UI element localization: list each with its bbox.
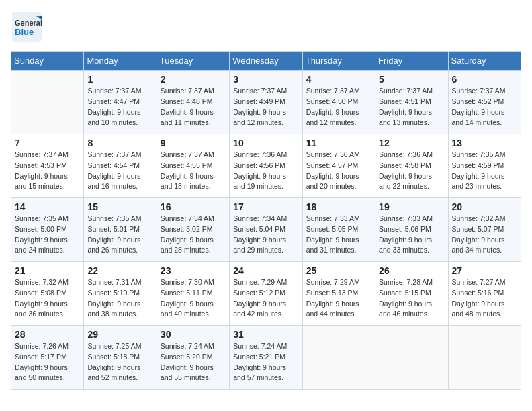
calendar-cell: 10Sunrise: 7:36 AMSunset: 4:56 PMDayligh… <box>230 134 302 198</box>
calendar-cell: 12Sunrise: 7:36 AMSunset: 4:58 PMDayligh… <box>375 134 448 198</box>
day-number: 19 <box>379 201 444 212</box>
weekday-header-wednesday: Wednesday <box>230 52 302 71</box>
day-number: 31 <box>233 329 298 340</box>
calendar-cell <box>448 326 521 390</box>
calendar-cell: 1Sunrise: 7:37 AMSunset: 4:47 PMDaylight… <box>84 71 157 134</box>
day-number: 12 <box>379 138 444 148</box>
calendar-cell: 26Sunrise: 7:28 AMSunset: 5:15 PMDayligh… <box>375 262 448 326</box>
day-info: Sunrise: 7:35 AMSunset: 5:01 PMDaylight:… <box>87 214 152 256</box>
day-number: 22 <box>87 265 152 276</box>
day-number: 8 <box>87 138 152 148</box>
day-info: Sunrise: 7:30 AMSunset: 5:11 PMDaylight:… <box>161 277 226 320</box>
weekday-header-thursday: Thursday <box>302 52 375 71</box>
weekday-header-friday: Friday <box>375 52 448 71</box>
calendar-cell: 28Sunrise: 7:26 AMSunset: 5:17 PMDayligh… <box>11 326 84 390</box>
calendar-cell: 18Sunrise: 7:33 AMSunset: 5:05 PMDayligh… <box>302 198 375 262</box>
calendar-cell: 25Sunrise: 7:29 AMSunset: 5:13 PMDayligh… <box>302 262 375 326</box>
day-number: 14 <box>15 201 80 212</box>
day-info: Sunrise: 7:37 AMSunset: 4:48 PMDaylight:… <box>161 86 226 128</box>
day-info: Sunrise: 7:27 AMSunset: 5:16 PMDaylight:… <box>452 277 517 320</box>
calendar-cell: 22Sunrise: 7:31 AMSunset: 5:10 PMDayligh… <box>84 262 157 326</box>
calendar-week-row: 28Sunrise: 7:26 AMSunset: 5:17 PMDayligh… <box>11 326 521 390</box>
calendar-week-row: 21Sunrise: 7:32 AMSunset: 5:08 PMDayligh… <box>11 262 521 326</box>
weekday-header-saturday: Saturday <box>448 52 521 71</box>
calendar-cell: 3Sunrise: 7:37 AMSunset: 4:49 PMDaylight… <box>230 71 302 134</box>
day-info: Sunrise: 7:29 AMSunset: 5:13 PMDaylight:… <box>306 277 371 320</box>
day-number: 10 <box>233 138 298 148</box>
day-info: Sunrise: 7:37 AMSunset: 4:49 PMDaylight:… <box>233 86 298 128</box>
calendar-cell: 2Sunrise: 7:37 AMSunset: 4:48 PMDaylight… <box>157 71 229 134</box>
day-info: Sunrise: 7:24 AMSunset: 5:20 PMDaylight:… <box>161 341 226 383</box>
svg-text:Blue: Blue <box>15 27 34 37</box>
calendar-header-row: SundayMondayTuesdayWednesdayThursdayFrid… <box>11 52 521 71</box>
day-number: 18 <box>306 201 371 212</box>
calendar-cell: 20Sunrise: 7:32 AMSunset: 5:07 PMDayligh… <box>448 198 521 262</box>
logo: General Blue <box>11 11 43 43</box>
calendar-cell: 9Sunrise: 7:37 AMSunset: 4:55 PMDaylight… <box>157 134 229 198</box>
calendar-cell: 29Sunrise: 7:25 AMSunset: 5:18 PMDayligh… <box>84 326 157 390</box>
weekday-header-sunday: Sunday <box>11 52 84 71</box>
calendar-cell: 11Sunrise: 7:36 AMSunset: 4:57 PMDayligh… <box>302 134 375 198</box>
calendar-cell: 27Sunrise: 7:27 AMSunset: 5:16 PMDayligh… <box>448 262 521 326</box>
calendar-week-row: 1Sunrise: 7:37 AMSunset: 4:47 PMDaylight… <box>11 71 521 134</box>
day-info: Sunrise: 7:26 AMSunset: 5:17 PMDaylight:… <box>15 341 80 383</box>
calendar-cell: 4Sunrise: 7:37 AMSunset: 4:50 PMDaylight… <box>302 71 375 134</box>
calendar-cell: 5Sunrise: 7:37 AMSunset: 4:51 PMDaylight… <box>375 71 448 134</box>
calendar-cell: 8Sunrise: 7:37 AMSunset: 4:54 PMDaylight… <box>84 134 157 198</box>
calendar-cell: 13Sunrise: 7:35 AMSunset: 4:59 PMDayligh… <box>448 134 521 198</box>
day-number: 11 <box>306 138 371 148</box>
day-number: 5 <box>379 74 444 85</box>
day-info: Sunrise: 7:33 AMSunset: 5:05 PMDaylight:… <box>306 214 371 256</box>
day-info: Sunrise: 7:37 AMSunset: 4:52 PMDaylight:… <box>452 86 517 128</box>
day-info: Sunrise: 7:32 AMSunset: 5:08 PMDaylight:… <box>15 277 80 320</box>
day-number: 23 <box>161 265 226 276</box>
calendar-week-row: 7Sunrise: 7:37 AMSunset: 4:53 PMDaylight… <box>11 134 521 198</box>
svg-text:General: General <box>15 19 42 27</box>
day-info: Sunrise: 7:28 AMSunset: 5:15 PMDaylight:… <box>379 277 444 320</box>
calendar-cell: 31Sunrise: 7:24 AMSunset: 5:21 PMDayligh… <box>230 326 302 390</box>
calendar-cell: 19Sunrise: 7:33 AMSunset: 5:06 PMDayligh… <box>375 198 448 262</box>
day-number: 21 <box>15 265 80 276</box>
day-info: Sunrise: 7:34 AMSunset: 5:02 PMDaylight:… <box>161 214 226 256</box>
calendar-cell: 14Sunrise: 7:35 AMSunset: 5:00 PMDayligh… <box>11 198 84 262</box>
calendar-cell: 23Sunrise: 7:30 AMSunset: 5:11 PMDayligh… <box>157 262 229 326</box>
day-number: 16 <box>161 201 226 212</box>
day-info: Sunrise: 7:29 AMSunset: 5:12 PMDaylight:… <box>233 277 298 320</box>
day-number: 2 <box>161 74 226 85</box>
day-number: 30 <box>161 329 226 340</box>
day-info: Sunrise: 7:37 AMSunset: 4:53 PMDaylight:… <box>15 150 80 192</box>
weekday-header-tuesday: Tuesday <box>157 52 229 71</box>
calendar-cell: 6Sunrise: 7:37 AMSunset: 4:52 PMDaylight… <box>448 71 521 134</box>
logo-svg: General Blue <box>11 11 43 43</box>
day-info: Sunrise: 7:36 AMSunset: 4:58 PMDaylight:… <box>379 150 444 192</box>
calendar-table: SundayMondayTuesdayWednesdayThursdayFrid… <box>11 51 521 390</box>
day-info: Sunrise: 7:32 AMSunset: 5:07 PMDaylight:… <box>452 214 517 256</box>
weekday-header-monday: Monday <box>84 52 157 71</box>
day-number: 9 <box>161 138 226 148</box>
calendar-cell: 24Sunrise: 7:29 AMSunset: 5:12 PMDayligh… <box>230 262 302 326</box>
day-number: 13 <box>452 138 517 148</box>
day-info: Sunrise: 7:35 AMSunset: 4:59 PMDaylight:… <box>452 150 517 192</box>
day-info: Sunrise: 7:36 AMSunset: 4:56 PMDaylight:… <box>233 150 298 192</box>
calendar-cell: 21Sunrise: 7:32 AMSunset: 5:08 PMDayligh… <box>11 262 84 326</box>
day-info: Sunrise: 7:24 AMSunset: 5:21 PMDaylight:… <box>233 341 298 383</box>
day-info: Sunrise: 7:25 AMSunset: 5:18 PMDaylight:… <box>87 341 152 383</box>
calendar-cell: 7Sunrise: 7:37 AMSunset: 4:53 PMDaylight… <box>11 134 84 198</box>
day-number: 20 <box>452 201 517 212</box>
day-info: Sunrise: 7:36 AMSunset: 4:57 PMDaylight:… <box>306 150 371 192</box>
day-number: 4 <box>306 74 371 85</box>
day-info: Sunrise: 7:33 AMSunset: 5:06 PMDaylight:… <box>379 214 444 256</box>
day-number: 28 <box>15 329 80 340</box>
day-info: Sunrise: 7:37 AMSunset: 4:51 PMDaylight:… <box>379 86 444 128</box>
day-number: 29 <box>87 329 152 340</box>
calendar-cell <box>11 71 84 134</box>
calendar-cell <box>375 326 448 390</box>
day-info: Sunrise: 7:35 AMSunset: 5:00 PMDaylight:… <box>15 214 80 256</box>
day-info: Sunrise: 7:37 AMSunset: 4:47 PMDaylight:… <box>87 86 152 128</box>
day-number: 26 <box>379 265 444 276</box>
day-info: Sunrise: 7:34 AMSunset: 5:04 PMDaylight:… <box>233 214 298 256</box>
day-number: 25 <box>306 265 371 276</box>
day-number: 24 <box>233 265 298 276</box>
day-info: Sunrise: 7:37 AMSunset: 4:50 PMDaylight:… <box>306 86 371 128</box>
day-info: Sunrise: 7:37 AMSunset: 4:55 PMDaylight:… <box>161 150 226 192</box>
